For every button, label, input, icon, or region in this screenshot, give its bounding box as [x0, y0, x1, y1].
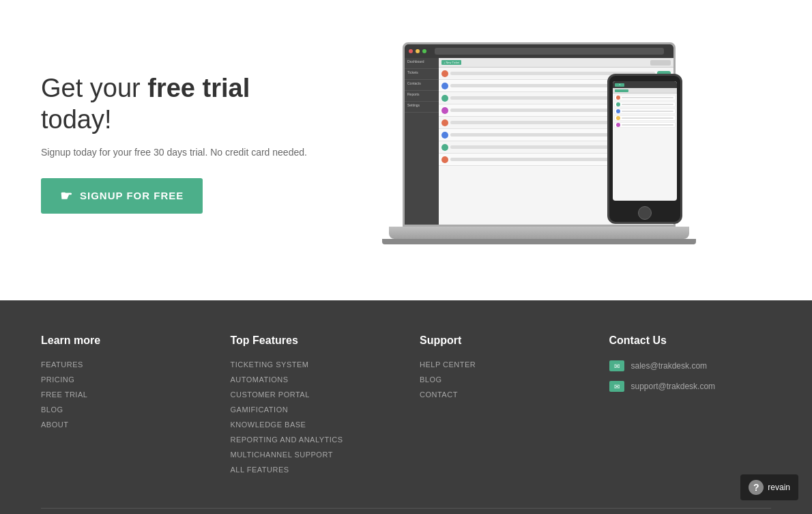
footer-link-ticketing[interactable]: TICKETING SYSTEM	[231, 360, 393, 369]
footer-link-features[interactable]: FEATURES	[41, 360, 203, 369]
email-icon-sales	[609, 360, 624, 371]
footer-bottom: COPYRIGHT © 2022 TRAKDESK. ALL RIGHTS RE…	[41, 508, 771, 514]
contact-us-title: Contact Us	[609, 334, 772, 347]
hand-icon: ☛	[60, 188, 73, 204]
footer-learn-more-col: Learn more FEATURES PRICING FREE TRIAL B…	[41, 334, 203, 481]
screen-sidebar: Dashboard Tickets Contacts Reports Setti…	[405, 58, 439, 225]
sidebar-item-5: Settings	[405, 102, 439, 113]
footer: Learn more FEATURES PRICING FREE TRIAL B…	[0, 300, 812, 514]
sidebar-item-2: Tickets	[405, 69, 439, 80]
support-title: Support	[420, 334, 582, 347]
footer-contact-col: Contact Us sales@trakdesk.com support@tr…	[609, 334, 772, 481]
signup-button[interactable]: ☛ SIGNUP FOR FREE	[41, 178, 203, 214]
footer-link-help-center[interactable]: HELP CENTER	[420, 360, 582, 369]
signup-button-label: SIGNUP FOR FREE	[80, 190, 184, 201]
footer-top: Learn more FEATURES PRICING FREE TRIAL B…	[41, 334, 771, 508]
phone-mockup: ✦	[607, 74, 682, 224]
sidebar-item-1: Dashboard	[405, 58, 439, 69]
footer-link-multichannel[interactable]: MULTICHANNEL SUPPORT	[231, 451, 393, 459]
footer-link-reporting[interactable]: REPORTING AND ANALYTICS	[231, 436, 393, 444]
screen-header	[405, 44, 673, 58]
footer-support-col: Support HELP CENTER BLOG CONTACT	[420, 334, 582, 481]
footer-link-support-blog[interactable]: BLOG	[420, 375, 582, 384]
contact-row-sales: sales@trakdesk.com	[609, 360, 772, 371]
window-dot-yellow	[416, 49, 420, 53]
footer-link-automations[interactable]: AUTOMATIONS	[231, 375, 393, 384]
devices-mockup: Dashboard Tickets Contacts Reports Setti…	[403, 42, 696, 244]
screen-toolbar: + New Ticket	[439, 58, 673, 68]
support-email[interactable]: support@trakdesk.com	[631, 382, 716, 391]
footer-link-knowledge-base[interactable]: KNOWLEDGE BASE	[231, 420, 393, 429]
hero-image: Dashboard Tickets Contacts Reports Setti…	[328, 27, 771, 259]
ticket-avatar-8	[441, 156, 448, 163]
ticket-avatar-5	[441, 119, 448, 126]
new-ticket-btn: + New Ticket	[441, 60, 461, 65]
footer-link-pricing[interactable]: PRICING	[41, 375, 203, 384]
ticket-avatar-1	[441, 70, 448, 77]
hero-title-end: today!	[41, 105, 112, 134]
question-icon: ?	[749, 480, 764, 495]
email-icon-support	[609, 381, 624, 392]
ticket-avatar-2	[441, 83, 448, 89]
laptop-bottom	[382, 239, 696, 244]
revain-label: revain	[768, 483, 790, 492]
sidebar-item-3: Contacts	[405, 80, 439, 91]
footer-link-contact[interactable]: CONTACT	[420, 390, 582, 399]
phone-home-button	[638, 206, 652, 220]
hero-title: Get your free trial today!	[41, 73, 328, 135]
hero-subtitle: Signup today for your free 30 days trial…	[41, 147, 328, 158]
contact-row-support: support@trakdesk.com	[609, 381, 772, 392]
hero-section: Get your free trial today! Signup today …	[0, 0, 812, 300]
revain-badge[interactable]: ? revain	[740, 474, 798, 500]
phone-screen: ✦	[613, 81, 677, 201]
footer-link-about[interactable]: ABOUT	[41, 420, 203, 429]
ticket-avatar-6	[441, 132, 448, 139]
learn-more-title: Learn more	[41, 334, 203, 347]
sidebar-item-4: Reports	[405, 91, 439, 102]
footer-link-gamification[interactable]: GAMIFICATION	[231, 405, 393, 414]
footer-link-free-trial[interactable]: FREE TRIAL	[41, 390, 203, 399]
footer-link-blog[interactable]: BLOG	[41, 405, 203, 414]
hero-content: Get your free trial today! Signup today …	[41, 73, 328, 213]
footer-link-all-features[interactable]: ALL FEATURES	[231, 466, 393, 474]
ticket-avatar-4	[441, 107, 448, 114]
ticket-avatar-7	[441, 144, 448, 151]
hero-title-start: Get your	[41, 74, 147, 102]
window-dot-red	[409, 49, 413, 53]
footer-top-features-col: Top Features TICKETING SYSTEM AUTOMATION…	[231, 334, 393, 481]
ticket-avatar-3	[441, 95, 448, 102]
laptop-base	[389, 227, 689, 239]
top-features-title: Top Features	[231, 334, 393, 347]
footer-link-customer-portal[interactable]: CUSTOMER PORTAL	[231, 390, 393, 399]
hero-title-highlight: free trial	[147, 74, 250, 102]
window-dot-green	[422, 49, 426, 53]
sales-email[interactable]: sales@trakdesk.com	[631, 361, 708, 371]
